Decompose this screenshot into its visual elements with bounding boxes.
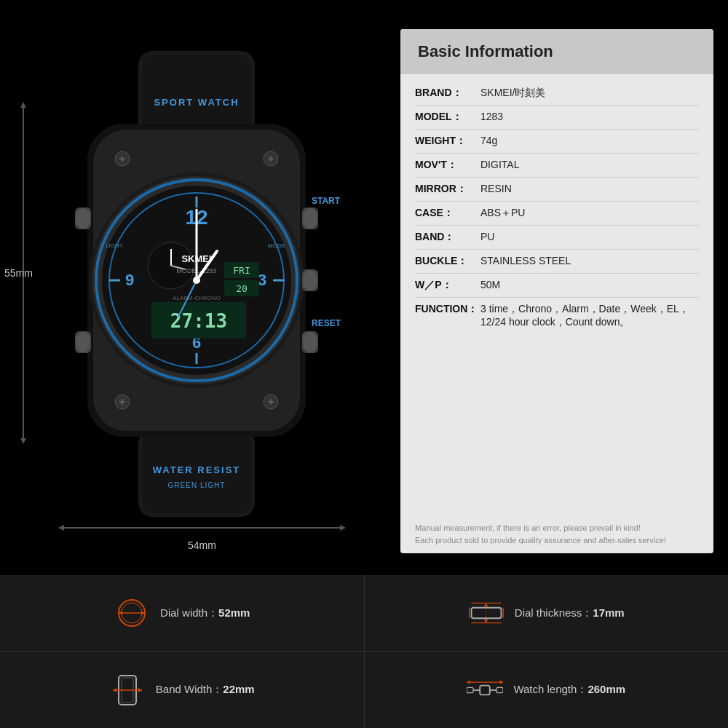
width-dimension: 54mm xyxy=(58,521,346,535)
height-dimension: 55mm xyxy=(20,102,26,444)
svg-rect-89 xyxy=(496,687,503,692)
watch-area: 55mm xyxy=(0,0,386,575)
spec-dial-width: Dial width：52mm xyxy=(0,575,365,651)
info-card-header: Basic Information xyxy=(400,29,713,74)
svg-point-45 xyxy=(76,332,90,352)
svg-text:START: START xyxy=(312,196,341,206)
info-row-5: CASE：ABS＋PU xyxy=(415,202,699,226)
svg-rect-1 xyxy=(142,55,251,135)
info-label-2: WEIGHT： xyxy=(415,135,480,148)
info-row-1: MODEL：1283 xyxy=(415,106,699,130)
info-label-3: MOV'T： xyxy=(415,159,480,172)
note-line1: Manual measurement, if there is an error… xyxy=(415,523,641,532)
spec-band-width-text: Band Width：22mm xyxy=(156,683,255,697)
svg-text:27:13: 27:13 xyxy=(170,310,227,332)
main-container: 55mm xyxy=(0,0,728,728)
info-row-9: FUNCTION：3 time，Chrono，Alarm，Date，Week，E… xyxy=(415,298,699,334)
info-value-5: ABS＋PU xyxy=(480,207,699,220)
info-label-1: MODEL： xyxy=(415,111,480,124)
info-value-6: PU xyxy=(480,231,699,242)
info-label-7: BUCKLE： xyxy=(415,255,480,268)
svg-text:WATER RESIST: WATER RESIST xyxy=(153,464,241,475)
svg-text:20: 20 xyxy=(236,283,248,294)
svg-point-37 xyxy=(303,208,317,229)
info-card-title: Basic Information xyxy=(418,42,696,61)
info-row-2: WEIGHT：74g xyxy=(415,130,699,154)
svg-text:ALARM-CHRONO: ALARM-CHRONO xyxy=(173,295,221,301)
info-row-7: BUCKLE：STAINLESS STEEL xyxy=(415,250,699,274)
svg-marker-84 xyxy=(138,688,142,692)
svg-text:FRI: FRI xyxy=(233,265,250,276)
info-label-0: BRAND： xyxy=(415,87,480,100)
info-row-4: MIRROR：RESIN xyxy=(415,178,699,202)
specs-row-2: Band Width：22mm xyxy=(0,652,728,728)
info-row-0: BRAND：SKMEI/时刻美 xyxy=(415,82,699,106)
arrow-top xyxy=(20,102,26,108)
info-value-3: DIGITAL xyxy=(480,159,699,170)
dim-line-vertical: 55mm xyxy=(23,108,24,438)
info-value-4: RESIN xyxy=(480,183,699,194)
info-label-9: FUNCTION： xyxy=(415,303,480,316)
info-value-9: 3 time，Chrono，Alarm，Date，Week，EL，12/24 h… xyxy=(480,303,699,329)
top-section: 55mm xyxy=(0,0,728,575)
watch-image: 12 6 9 3 27:13 xyxy=(44,44,349,524)
info-card: Basic Information BRAND：SKMEI/时刻美MODEL：1… xyxy=(400,29,713,553)
dial-width-icon xyxy=(114,595,150,631)
spec-band-width: Band Width：22mm xyxy=(0,652,365,728)
svg-point-41 xyxy=(303,332,317,352)
bottom-section: Dial width：52mm xyxy=(0,575,728,728)
info-card-body: BRAND：SKMEI/时刻美MODEL：1283WEIGHT：74gMOV'T… xyxy=(400,74,713,515)
spec-dial-width-text: Dial width：52mm xyxy=(160,606,250,620)
note-line2: Each product sold to provide quality ass… xyxy=(415,536,666,545)
info-value-7: STAINLESS STEEL xyxy=(480,255,699,266)
info-label-8: W／P： xyxy=(415,279,480,292)
height-label: 55mm xyxy=(4,267,33,279)
svg-text:9: 9 xyxy=(125,271,134,289)
svg-marker-91 xyxy=(467,680,470,684)
spec-watch-length: Watch length：260mm xyxy=(365,652,729,728)
band-width-icon xyxy=(109,672,146,708)
spec-watch-length-text: Watch length：260mm xyxy=(513,683,625,697)
svg-point-35 xyxy=(193,277,200,284)
width-label: 54mm xyxy=(188,539,216,551)
svg-point-43 xyxy=(76,208,90,229)
arrow-bottom xyxy=(20,438,26,444)
svg-text:SPORT WATCH: SPORT WATCH xyxy=(154,97,239,108)
svg-marker-83 xyxy=(113,688,116,692)
svg-point-39 xyxy=(303,270,317,290)
info-value-0: SKMEI/时刻美 xyxy=(480,87,699,100)
svg-text:MODE: MODE xyxy=(268,242,285,249)
svg-text:LIGHT: LIGHT xyxy=(106,242,123,249)
arrow-left xyxy=(58,525,64,531)
arrow-right xyxy=(340,525,346,531)
dim-line-horizontal xyxy=(64,527,340,529)
svg-text:RESET: RESET xyxy=(312,318,341,328)
watch-length-icon xyxy=(467,672,503,708)
info-row-6: BAND：PU xyxy=(415,226,699,250)
info-label-5: CASE： xyxy=(415,207,480,220)
svg-marker-92 xyxy=(500,680,504,684)
svg-rect-85 xyxy=(467,687,473,692)
info-row-3: MOV'T：DIGITAL xyxy=(415,154,699,178)
info-row-8: W／P：50M xyxy=(415,274,699,298)
svg-text:GREEN LIGHT: GREEN LIGHT xyxy=(168,481,226,489)
info-value-2: 74g xyxy=(480,135,699,146)
specs-row-1: Dial width：52mm xyxy=(0,575,728,652)
spec-dial-thickness-text: Dial thickness：17mm xyxy=(515,606,625,620)
svg-rect-87 xyxy=(480,685,491,695)
info-label-4: MIRROR： xyxy=(415,183,480,196)
spec-dial-thickness: Dial thickness：17mm xyxy=(365,575,729,651)
dial-thickness-icon xyxy=(468,595,505,631)
info-note: Manual measurement, if there is an error… xyxy=(400,515,713,553)
info-value-8: 50M xyxy=(480,279,699,290)
info-label-6: BAND： xyxy=(415,231,480,244)
info-value-1: 1283 xyxy=(480,111,699,122)
